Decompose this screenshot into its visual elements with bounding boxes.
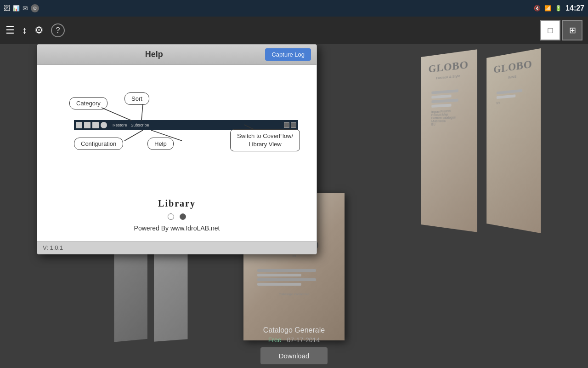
dt-icon-3 xyxy=(92,122,99,128)
toolbar-right: □ ⊞ xyxy=(540,20,582,40)
dt-icon-2 xyxy=(84,122,90,128)
dt-subscribe: Subscribe xyxy=(131,123,149,127)
svg-line-1 xyxy=(141,104,143,121)
dt-restore: Restore xyxy=(113,123,127,127)
toolbar-left: ☰ ↕ ⚙ ? xyxy=(6,23,65,37)
capture-log-button[interactable]: Capture Log xyxy=(265,48,311,61)
dt-right-buttons xyxy=(284,122,296,128)
dialog-body: Category Sort Restore Subscribe xyxy=(37,65,317,241)
menu-icon[interactable]: ☰ xyxy=(6,24,15,36)
dialog-footer: V: 1.0.1 xyxy=(37,241,317,254)
page-dot-2[interactable] xyxy=(180,213,186,220)
main-content: GLOBO 30 Catalogo Generale GLOBO Fashion… xyxy=(0,44,588,368)
dt-btn-2 xyxy=(291,122,296,128)
diagram-toolbar: Restore Subscribe xyxy=(74,120,298,130)
toolbar: ☰ ↕ ⚙ ? □ ⊞ xyxy=(0,17,588,44)
view-grid-button[interactable]: ⊞ xyxy=(562,20,582,40)
settings-status-icon: ⚙ xyxy=(31,4,39,12)
status-icons-left: 🖼 📊 ✉ ⚙ xyxy=(4,4,39,12)
catalog-info: Catalogo Generale Free 07-17-2014 Downlo… xyxy=(0,326,588,368)
book-right-1[interactable]: GLOBO Fashion & Style Ingrao ProdottiPro… xyxy=(421,49,477,232)
page-indicators xyxy=(46,213,307,220)
version-label: V: 1.0.1 xyxy=(43,244,63,251)
gallery-icon: 🖼 xyxy=(4,5,10,12)
right-book-1-title: GLOBO xyxy=(429,58,469,75)
svg-line-0 xyxy=(102,108,131,121)
help-diagram: Category Sort Restore Subscribe xyxy=(46,74,307,189)
callout-category: Category xyxy=(69,97,107,109)
page-dot-1[interactable] xyxy=(168,213,174,220)
dt-icon-4 xyxy=(101,122,107,128)
clock: 14:27 xyxy=(565,4,584,12)
download-button[interactable]: Download xyxy=(260,347,328,364)
callout-sort: Sort xyxy=(124,92,149,105)
callout-help: Help xyxy=(147,138,174,150)
catalog-price: Free xyxy=(268,336,282,344)
right-book-2-title: GLOBO xyxy=(493,58,532,76)
status-right: 🔇 📶 🔋 14:27 xyxy=(534,4,584,12)
library-section-title: Library xyxy=(46,198,307,209)
dialog-titlebar: Help Capture Log xyxy=(37,45,317,65)
catalog-date: 07-17-2014 xyxy=(287,336,320,344)
config-icon[interactable]: ⚙ xyxy=(34,24,44,36)
status-bar: 🖼 📊 ✉ ⚙ 🔇 📶 🔋 14:27 xyxy=(0,0,588,17)
dt-btn-1 xyxy=(284,122,289,128)
book-right-2[interactable]: GLOBO IMNS NY xyxy=(486,48,541,233)
help-dialog: Help Capture Log Category Sort xyxy=(37,44,317,254)
help-icon[interactable]: ? xyxy=(51,23,65,37)
svg-line-2 xyxy=(124,130,143,141)
battery-icon: 🔋 xyxy=(555,5,562,12)
view-single-button[interactable]: □ xyxy=(540,20,560,40)
powered-by: Powered By www.IdroLAB.net xyxy=(46,224,307,232)
chart-icon: 📊 xyxy=(13,5,20,12)
email-icon: ✉ xyxy=(23,5,28,12)
dialog-title: Help xyxy=(43,50,265,59)
sort-icon[interactable]: ↕ xyxy=(22,24,27,36)
catalog-title: Catalogo Generale xyxy=(0,326,588,334)
dt-icon-1 xyxy=(76,122,82,128)
callout-switch-view: Switch to CoverFlow/Library View xyxy=(230,129,300,151)
callout-configuration: Configuration xyxy=(74,138,123,150)
catalog-meta: Free 07-17-2014 xyxy=(0,336,588,344)
mute-icon: 🔇 xyxy=(534,5,541,12)
wifi-icon: 📶 xyxy=(544,5,551,12)
